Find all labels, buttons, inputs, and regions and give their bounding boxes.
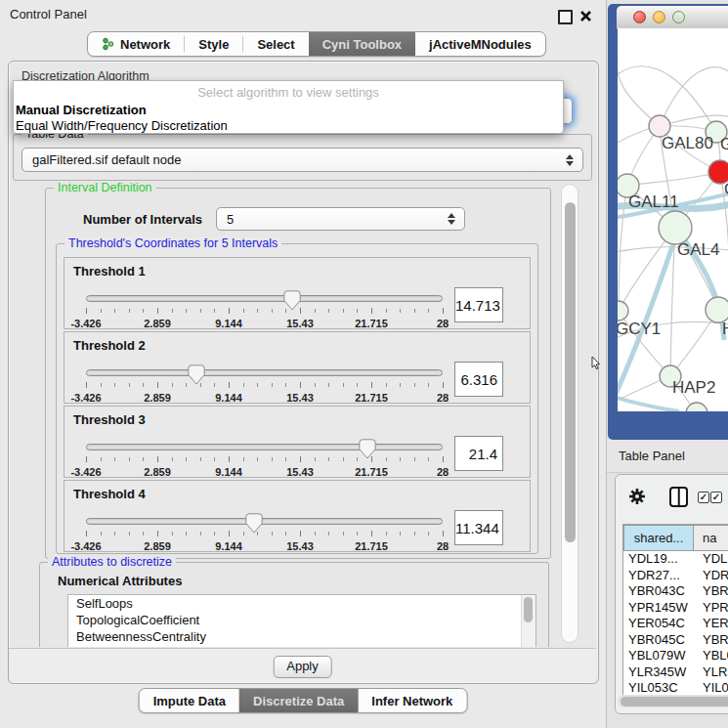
threshold-label: Threshold 3 — [73, 412, 146, 427]
table-row[interactable]: YBR045CYBR0 — [623, 632, 728, 649]
right-side: GAL80GACGAL11GAL4GCY1HHAP2 Table Panel ✓… — [607, 0, 728, 728]
slider-tick-labels: -3.4262.8599.14415.4321.71528 — [86, 318, 443, 329]
column-header-name[interactable]: na — [694, 525, 728, 551]
control-panel: Control Panel Network Style Select — [0, 0, 607, 728]
tab-network-label: Network — [120, 37, 170, 52]
network-node-label: HAP2 — [672, 378, 715, 397]
checkbox-icon[interactable]: ✓ — [710, 492, 722, 503]
columns-icon[interactable] — [669, 487, 688, 507]
apply-strip: Apply — [9, 648, 596, 682]
tab-discretize-data[interactable]: Discretize Data — [239, 689, 358, 712]
table-row[interactable]: YDR27...YDR2 — [623, 568, 728, 584]
network-node-label: GAL4 — [677, 240, 719, 259]
dropdown-option-manual-discretization[interactable]: Manual Discretization — [14, 103, 563, 118]
threshold-label: Threshold 1 — [73, 264, 146, 278]
table-row[interactable]: YLR345WYLR3 — [623, 664, 728, 681]
column-header-shared-name[interactable]: shared... — [623, 525, 694, 551]
network-node[interactable] — [618, 301, 628, 321]
network-node-label: H — [722, 320, 728, 338]
attributes-group-title: Attributes to discretize — [48, 555, 176, 570]
table-row[interactable]: YER054CYER0 — [623, 616, 728, 632]
number-of-intervals-combobox[interactable]: 5 — [216, 207, 465, 231]
network-node[interactable] — [686, 403, 707, 411]
threshold-slider[interactable]: -3.4262.8599.14415.4321.71528 — [86, 444, 443, 473]
tab-infer-network[interactable]: Infer Network — [358, 689, 466, 712]
threshold-value-field[interactable]: 6.316 — [454, 362, 503, 397]
tab-impute-data[interactable]: Impute Data — [140, 689, 239, 712]
dropdown-option-equal-width-frequency[interactable]: Equal Width/Frequency Discretization — [14, 118, 563, 134]
network-nodes — [618, 115, 728, 411]
slider-ticks — [86, 382, 443, 389]
apply-button[interactable]: Apply — [273, 656, 332, 678]
slider-track[interactable] — [86, 295, 443, 302]
slider-track[interactable] — [86, 518, 443, 525]
settings-scrollbar-thumb[interactable] — [565, 202, 576, 542]
thresholds-group-title: Threshold's Coordinates for 5 Intervals — [64, 236, 281, 251]
network-node-label: GAL80 — [662, 134, 713, 152]
threshold-label: Threshold 4 — [73, 487, 146, 501]
threshold-value-field[interactable]: 14.713 — [454, 287, 503, 322]
threshold-slider[interactable]: -3.4262.8599.14415.4321.71528 — [86, 369, 443, 399]
window-close-icon[interactable] — [633, 11, 646, 23]
threshold-value-field[interactable]: 21.4 — [454, 436, 503, 471]
interval-definition-title: Interval Definition — [54, 182, 156, 195]
network-window: GAL80GACGAL11GAL4GCY1HHAP2 — [608, 4, 728, 440]
dropdown-placeholder: Select algorithm to view settings — [14, 84, 563, 103]
table-data-combobox[interactable]: galFiltered.sif default node — [21, 148, 583, 172]
table-data-value: galFiltered.sif default node — [32, 152, 181, 167]
table-panel: ✓ ✓ shared... na YDL19...YDL1YDR27...YDR… — [615, 474, 728, 714]
threshold-slider[interactable]: -3.4262.8599.14415.4321.71528 — [86, 518, 443, 547]
close-panel-icon[interactable] — [579, 9, 592, 21]
tab-select[interactable]: Select — [243, 32, 308, 56]
table-row[interactable]: YIL053CYIL0 — [623, 680, 728, 696]
table-row[interactable]: YDL19...YDL1 — [623, 551, 728, 568]
network-node[interactable] — [659, 211, 692, 244]
attribute-list-item[interactable]: TopologicalCoefficient — [68, 612, 535, 628]
float-panel-icon[interactable] — [558, 10, 573, 24]
network-icon — [102, 37, 114, 51]
slider-track[interactable] — [86, 444, 443, 450]
slider-ticks — [86, 308, 443, 315]
tab-jactivemnodules[interactable]: jActiveMNodules — [415, 32, 545, 56]
hscroll-thumb[interactable] — [621, 697, 728, 707]
attributes-list-scrollbar[interactable] — [521, 595, 535, 647]
tab-style[interactable]: Style — [185, 32, 242, 56]
threshold-label: Threshold 2 — [73, 338, 146, 353]
numerical-attributes-list[interactable]: SelfLoopsTopologicalCoefficientBetweenne… — [67, 594, 536, 647]
table-panel-header: Table Panel — [607, 440, 728, 473]
threshold-row: Threshold 3 -3.4262.8599.14415.4321.7152… — [64, 406, 531, 478]
mouse-cursor — [591, 357, 601, 370]
network-canvas[interactable]: GAL80GACGAL11GAL4GCY1HHAP2 — [618, 28, 728, 411]
tab-network[interactable]: Network — [88, 32, 184, 56]
threshold-row: Threshold 4 -3.4262.8599.14415.4321.7152… — [64, 480, 531, 552]
thresholds-group: Threshold's Coordinates for 5 Intervals … — [56, 243, 538, 554]
slider-track[interactable] — [86, 369, 443, 376]
window-minimize-icon[interactable] — [653, 11, 665, 23]
threshold-slider[interactable]: -3.4262.8599.14415.4321.71528 — [86, 295, 443, 324]
network-graph: GAL80GACGAL11GAL4GCY1HHAP2 — [618, 28, 728, 411]
attribute-list-item[interactable]: BetweennessCentrality — [68, 628, 535, 645]
attributes-group: Attributes to discretize Numerical Attri… — [39, 562, 549, 647]
network-window-titlebar[interactable] — [617, 6, 728, 29]
control-panel-tabbar: Network Style Select Cyni Toolbox jActiv… — [87, 31, 546, 57]
attribute-list-item[interactable]: SelfLoops — [68, 595, 535, 612]
network-node-label: GCY1 — [618, 320, 661, 338]
table-row[interactable]: YBR043CYBR0 — [623, 583, 728, 600]
combo-arrows-icon — [448, 213, 455, 225]
number-of-intervals-value: 5 — [227, 212, 234, 227]
table-row[interactable]: YBL079WYBL0 — [623, 648, 728, 664]
table-row[interactable]: YPR145WYPR1 — [623, 600, 728, 617]
combo-arrows-icon — [566, 154, 574, 166]
tab-cyni-toolbox[interactable]: Cyni Toolbox — [309, 32, 415, 56]
node-table[interactable]: shared... na YDL19...YDL1YDR27...YDR2YBR… — [622, 524, 728, 696]
interval-definition-group: Interval Definition Number of Intervals … — [45, 188, 551, 559]
table-horizontal-scrollbar[interactable] — [618, 695, 728, 707]
network-node-label: C — [724, 180, 728, 198]
cyni-bottom-tabbar: Impute Data Discretize Data Infer Networ… — [139, 688, 468, 713]
window-zoom-icon[interactable] — [672, 11, 685, 23]
checkbox-icon[interactable]: ✓ — [698, 492, 709, 503]
threshold-value-field[interactable]: 11.344 — [454, 510, 503, 545]
close-icon — [579, 10, 592, 22]
gear-icon[interactable] — [628, 488, 646, 505]
slider-tick-labels: -3.4262.8599.14415.4321.71528 — [86, 540, 443, 552]
